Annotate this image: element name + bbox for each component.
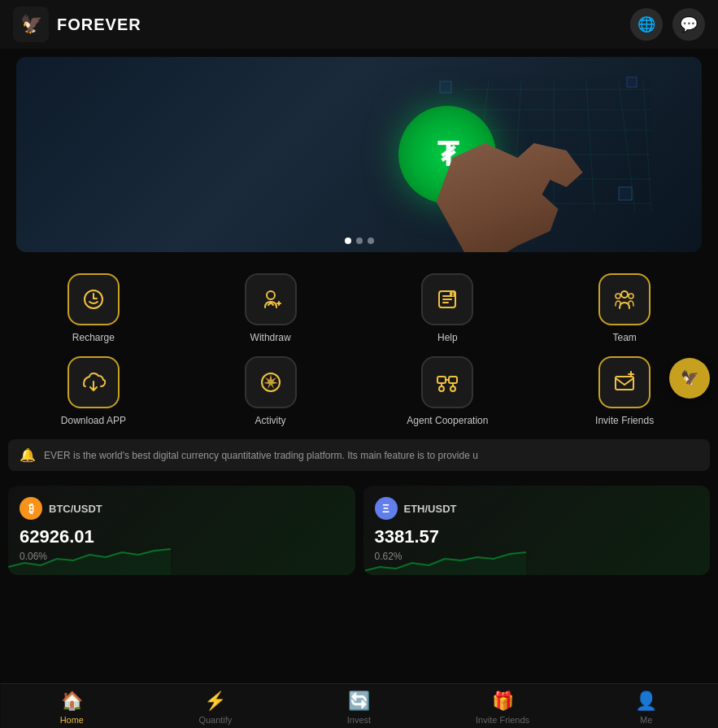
recharge-action[interactable]: Recharge [8, 273, 179, 343]
chat-icon: 💬 [680, 15, 698, 33]
download-action[interactable]: Download APP [8, 356, 179, 426]
banner-dots [345, 238, 374, 244]
floating-brand[interactable]: 🦅 [669, 358, 710, 399]
agent-icon [435, 370, 459, 395]
help-label: Help [437, 332, 458, 343]
quick-actions: Recharge Withdraw [0, 260, 718, 433]
download-label: Download APP [61, 415, 126, 426]
eth-card[interactable]: Ξ ETH/USDT 3381.57 0.62% [363, 486, 711, 575]
svg-text:i: i [452, 291, 454, 297]
team-action[interactable]: Team [539, 273, 710, 343]
eth-coin-icon: Ξ [375, 497, 398, 520]
recharge-icon-box [67, 273, 120, 325]
header-left: 🦅 FOREVER [13, 7, 141, 42]
notification-bar: 🔔 EVER is the world's best digital curre… [8, 439, 710, 471]
agent-icon-box [421, 356, 473, 408]
logo-box: 🦅 [13, 7, 49, 42]
withdraw-label: Withdraw [250, 332, 291, 343]
activity-action[interactable]: Activity [185, 356, 356, 426]
help-action[interactable]: i Help [363, 273, 533, 343]
banner-section: ₮ [0, 49, 718, 260]
btc-pair-label: BTC/USDT [49, 503, 102, 515]
help-icon: i [435, 287, 459, 312]
banner: ₮ [16, 57, 702, 252]
withdraw-icon-box [245, 273, 297, 325]
svg-rect-13 [627, 77, 637, 87]
banner-dot-1[interactable] [345, 238, 351, 244]
eth-chart [363, 543, 526, 575]
eth-pair-label: ETH/USDT [404, 503, 457, 515]
svg-line-11 [643, 81, 651, 211]
recharge-label: Recharge [72, 332, 115, 343]
svg-rect-14 [619, 187, 632, 200]
recharge-icon [81, 287, 106, 312]
globe-icon: 🌐 [637, 15, 655, 33]
svg-point-34 [450, 386, 455, 391]
agent-action[interactable]: Agent Cooperation [363, 356, 533, 426]
activity-icon-box [245, 356, 297, 408]
svg-point-25 [621, 291, 628, 298]
svg-line-9 [586, 81, 594, 211]
logo-bird-icon: 🦅 [20, 14, 42, 35]
withdraw-icon [259, 287, 283, 312]
svg-rect-12 [440, 81, 451, 93]
invite-label: Invite Friends [595, 415, 654, 426]
banner-inner: ₮ [16, 57, 702, 252]
svg-point-27 [629, 294, 633, 299]
svg-point-33 [439, 386, 444, 391]
help-icon-box: i [421, 273, 473, 325]
download-icon-box [67, 356, 120, 408]
svg-point-16 [267, 291, 275, 299]
floating-brand-icon: 🦅 [681, 369, 698, 387]
bell-icon: 🔔 [20, 447, 36, 463]
banner-dot-2[interactable] [356, 238, 363, 244]
header: 🦅 FOREVER 🌐 💬 [0, 0, 718, 49]
eth-card-header: Ξ ETH/USDT [375, 497, 699, 520]
btc-card-header: ₿ BTC/USDT [20, 497, 344, 520]
svg-rect-31 [449, 377, 457, 383]
team-icon-box [598, 273, 651, 325]
svg-rect-30 [437, 377, 446, 383]
agent-label: Agent Cooperation [407, 415, 488, 426]
team-label: Team [612, 332, 636, 343]
chat-button[interactable]: 💬 [672, 8, 705, 41]
svg-rect-37 [616, 377, 633, 390]
notification-text: EVER is the world's best digital currenc… [44, 450, 478, 461]
download-icon [81, 370, 106, 395]
invite-icon [612, 370, 637, 395]
app-title: FOREVER [57, 15, 141, 34]
activity-icon [259, 370, 283, 395]
svg-point-26 [616, 294, 620, 299]
withdraw-action[interactable]: Withdraw [185, 273, 356, 343]
banner-dot-3[interactable] [368, 238, 374, 244]
btc-card[interactable]: ₿ BTC/USDT 62926.01 0.06% [8, 486, 355, 575]
header-right: 🌐 💬 [630, 8, 705, 41]
activity-label: Activity [255, 415, 286, 426]
globe-button[interactable]: 🌐 [630, 8, 663, 41]
btc-coin-icon: ₿ [20, 497, 42, 520]
team-icon [612, 287, 637, 312]
invite-icon-box [598, 356, 651, 408]
btc-chart [8, 543, 171, 575]
market-section: ₿ BTC/USDT 62926.01 0.06% Ξ ETH/USDT 338… [0, 477, 718, 583]
